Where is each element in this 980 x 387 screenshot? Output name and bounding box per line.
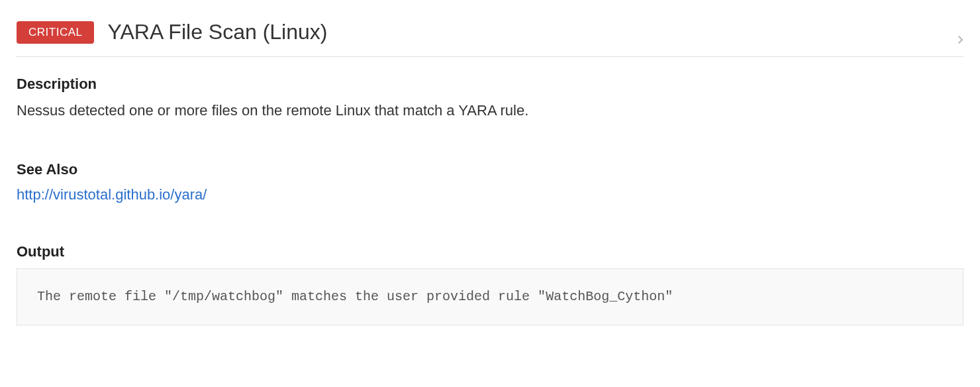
finding-title: YARA File Scan (Linux) [107,20,327,44]
see-also-heading: See Also [17,161,963,178]
output-heading: Output [17,243,963,260]
finding-header[interactable]: CRITICAL YARA File Scan (Linux) [17,20,963,57]
description-heading: Description [17,76,963,93]
severity-badge: CRITICAL [17,21,94,44]
output-section: Output The remote file "/tmp/watchbog" m… [17,243,963,325]
see-also-link[interactable]: http://virustotal.github.io/yara/ [17,186,207,203]
see-also-section: See Also http://virustotal.github.io/yar… [17,161,963,243]
description-section: Description Nessus detected one or more … [17,76,963,121]
chevron-right-icon [954,34,963,43]
description-text: Nessus detected one or more files on the… [17,101,963,121]
output-content: The remote file "/tmp/watchbog" matches … [17,268,963,325]
